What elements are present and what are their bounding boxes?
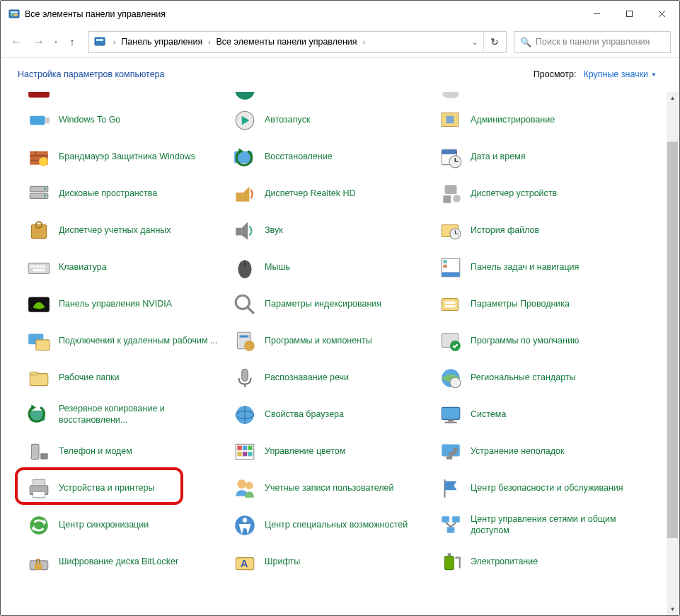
cp-item-date-time[interactable]: Дата и время <box>434 139 640 176</box>
cp-item-system[interactable]: Система <box>434 397 640 433</box>
cp-item-firewall[interactable]: Брандмауэр Защитника Windows <box>22 139 228 176</box>
chevron-right-icon[interactable]: › <box>360 38 368 46</box>
search-icon: 🔍 <box>520 37 531 47</box>
svg-rect-36 <box>236 193 243 202</box>
cp-item-region[interactable]: Региональные стандарты <box>434 360 640 397</box>
cp-item-network-center[interactable]: Центр управления сетями и общим доступом <box>434 507 640 544</box>
cp-item-windows-to-go[interactable]: Windows To Go <box>22 102 228 139</box>
minimize-button[interactable] <box>580 1 613 27</box>
search-input[interactable]: 🔍 Поиск в панели управления <box>514 31 671 53</box>
cp-item-explorer-options[interactable]: Параметры Проводника <box>434 286 640 323</box>
svg-point-24 <box>39 157 48 166</box>
cp-item-sync-center[interactable]: Центр синхронизации <box>22 507 228 544</box>
cp-item-indexing[interactable]: Параметры индексирования <box>228 286 434 323</box>
cp-item-speech[interactable]: Распознавание речи <box>228 360 434 397</box>
address-dropdown-icon[interactable]: ⌄ <box>466 38 483 46</box>
view-selector[interactable]: Крупные значки▼ <box>583 69 657 79</box>
breadcrumb-current[interactable]: Все элементы панели управления <box>214 32 360 52</box>
cp-item-admin-tools[interactable]: Администрирование <box>434 102 640 139</box>
cp-item-credential-manager[interactable]: Диспетчер учетных данных <box>22 212 228 249</box>
cp-item-programs-features[interactable]: Программы и компоненты <box>228 323 434 360</box>
cp-item-security-center[interactable]: Центр безопасности и обслуживания <box>434 470 640 507</box>
cp-item-backup[interactable]: Резервное копирование и восстановлени... <box>22 397 228 433</box>
cp-item-default-programs[interactable]: Программы по умолчанию <box>434 323 640 360</box>
cp-item-taskbar[interactable]: Панель задач и навигация <box>434 249 640 286</box>
cp-item-keyboard[interactable]: Клавиатура <box>22 249 228 286</box>
firewall-icon <box>26 144 52 170</box>
cp-item-ease-of-access[interactable]: Центр специальных возможностей <box>228 507 434 544</box>
cp-item-fonts[interactable]: AШрифты <box>228 544 434 581</box>
cp-item-internet-options[interactable]: Свойства браузера <box>228 397 434 433</box>
cp-item-mouse[interactable]: Мышь <box>228 249 434 286</box>
address-bar[interactable]: › Панель управления › Все элементы панел… <box>88 31 507 53</box>
back-button[interactable]: ← <box>6 32 26 52</box>
caret-down-icon: ▼ <box>651 72 657 78</box>
breadcrumb-root[interactable]: Панель управления <box>118 32 205 52</box>
svg-rect-48 <box>30 266 33 268</box>
backup-icon <box>26 402 52 428</box>
svg-rect-75 <box>30 372 38 375</box>
svg-rect-10 <box>28 92 50 98</box>
cp-item-troubleshooting[interactable]: Устранение неполадок <box>434 433 640 470</box>
chevron-right-icon[interactable]: › <box>110 38 118 46</box>
svg-marker-81 <box>31 404 35 411</box>
cp-item-user-accounts[interactable]: Учетные записи пользователей <box>228 470 434 507</box>
up-button[interactable]: ↑ <box>63 33 81 51</box>
svg-rect-3 <box>14 14 18 16</box>
explorer-options-icon <box>438 292 463 317</box>
refresh-button[interactable]: ↻ <box>483 31 505 53</box>
close-button[interactable] <box>645 1 678 27</box>
cp-item-iobit[interactable]: IObit Uninstaller <box>228 92 434 102</box>
cp-item-device-manager[interactable]: Диспетчер устройств <box>434 176 640 212</box>
svg-rect-47 <box>28 263 50 274</box>
scroll-down-icon[interactable]: ▼ <box>667 603 679 615</box>
nvidia-icon <box>26 292 52 317</box>
cp-item-java[interactable]: Java (32 бита) <box>434 92 640 102</box>
storage-spaces-icon <box>26 181 52 207</box>
svg-rect-70 <box>240 336 249 338</box>
color-icon <box>232 439 258 464</box>
cp-item-realtek[interactable]: Диспетчер Realtek HD <box>228 176 434 212</box>
cp-item-sound[interactable]: Звук <box>228 212 434 249</box>
phone-icon <box>26 439 52 464</box>
programs-icon <box>232 329 258 354</box>
scroll-up-icon[interactable]: ▲ <box>667 92 679 104</box>
cut-row: Flash Player (32 бита) IObit Uninstaller… <box>22 92 679 102</box>
vertical-scrollbar[interactable]: ▲ ▼ <box>667 92 679 615</box>
cp-item-devices-printers[interactable]: Устройства и принтеры <box>22 470 228 507</box>
cp-item-color-management[interactable]: Управление цветом <box>228 433 434 470</box>
scrollbar-thumb[interactable] <box>667 142 678 538</box>
cp-item-recovery[interactable]: Восстановление <box>228 139 434 176</box>
recovery-icon <box>232 144 258 170</box>
ease-access-icon <box>232 513 258 538</box>
svg-point-34 <box>44 188 46 190</box>
cp-item-file-history[interactable]: История файлов <box>434 212 640 249</box>
maximize-button[interactable] <box>613 1 645 27</box>
forward-button[interactable]: → <box>29 32 49 52</box>
svg-rect-42 <box>236 228 242 236</box>
credential-icon <box>26 218 52 244</box>
svg-point-102 <box>237 479 246 489</box>
java-icon <box>438 92 463 102</box>
cp-item-autoplay[interactable]: Автозапуск <box>228 102 434 139</box>
window-controls <box>580 1 678 27</box>
cp-item-bitlocker[interactable]: Шифрование диска BitLocker <box>22 544 228 581</box>
svg-rect-28 <box>442 149 456 154</box>
mouse-icon <box>232 255 258 280</box>
cp-item-work-folders[interactable]: Рабочие папки <box>22 360 228 397</box>
cp-item-flash[interactable]: Flash Player (32 бита) <box>22 92 228 102</box>
admin-tools-icon <box>438 108 463 133</box>
svg-rect-76 <box>242 369 248 381</box>
cp-item-storage-spaces[interactable]: Дисковые пространства <box>22 176 228 212</box>
svg-point-71 <box>244 341 255 351</box>
cp-item-nvidia[interactable]: Панель управления NVIDIA <box>22 286 228 323</box>
chevron-right-icon[interactable]: › <box>205 38 213 46</box>
svg-text:A: A <box>241 558 248 569</box>
svg-rect-50 <box>37 266 39 268</box>
cp-item-power[interactable]: Электропитание <box>434 544 640 581</box>
svg-rect-8 <box>95 38 105 45</box>
history-dropdown[interactable]: ▾ <box>52 39 60 45</box>
control-panel-window: Все элементы панели управления ← → ▾ ↑ ›… <box>0 0 680 616</box>
cp-item-phone-modem[interactable]: Телефон и модем <box>22 433 228 470</box>
cp-item-remote-app[interactable]: Подключения к удаленным рабочим ... <box>22 323 228 360</box>
